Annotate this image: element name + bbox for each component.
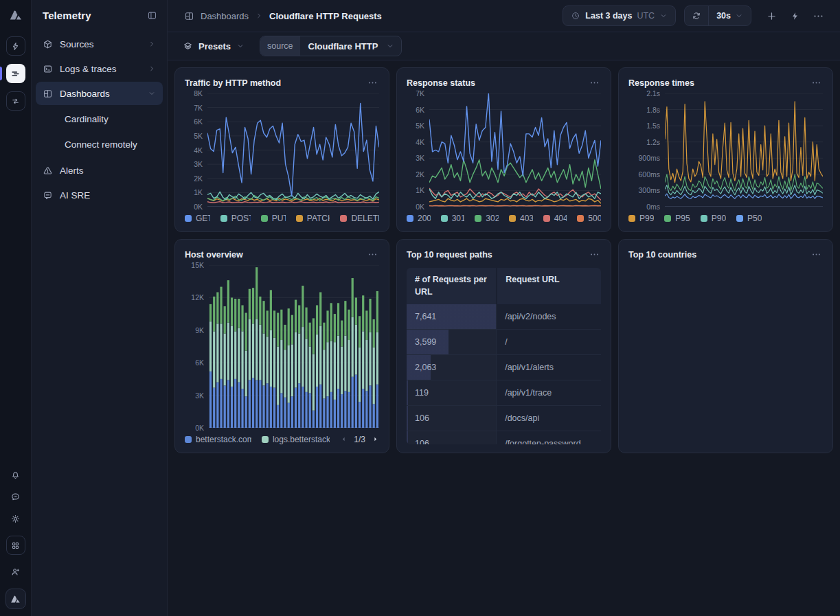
legend-item-p99[interactable]: P99 [628, 214, 654, 223]
chart-plot-area[interactable] [665, 93, 823, 207]
legend-item-p90[interactable]: P90 [701, 214, 726, 223]
refresh-now-button[interactable] [685, 6, 708, 25]
y-tick-label: 1.2s [646, 138, 660, 146]
box-icon [43, 39, 53, 49]
host-overview-chart: 0K3K6K9K12K15Kbetterstack.comlogs.better… [185, 265, 379, 444]
y-tick-label: 5K [194, 132, 203, 140]
sidebar-item-alerts[interactable]: Alerts [36, 159, 163, 182]
sidebar-item-logs-traces[interactable]: Logs & traces [36, 57, 163, 80]
alert-triangle-icon [43, 166, 53, 176]
legend-item-betterstack-com[interactable]: betterstack.com [185, 435, 251, 444]
rail-item-quick-actions[interactable] [6, 36, 25, 56]
legend-item-200[interactable]: 200 [407, 214, 431, 223]
rail-item-invite[interactable] [10, 567, 21, 577]
rail-bottom-items [5, 470, 26, 609]
sidebar-item-sources[interactable]: Sources [36, 32, 163, 56]
rail-item-workspace[interactable] [5, 589, 26, 609]
legend-item-500[interactable]: 500 [577, 214, 601, 223]
betterstack-logo[interactable] [8, 8, 23, 23]
legend-item-get[interactable]: GET [185, 214, 210, 223]
table-row[interactable]: 106/docs/api [407, 405, 601, 431]
legend-next-page-button[interactable] [372, 435, 379, 443]
legend-label: 200 [418, 214, 431, 223]
legend-prev-page-button[interactable] [340, 435, 348, 443]
legend-item-logs-betterstack-[interactable]: logs.betterstack. [262, 435, 330, 444]
legend-item-301[interactable]: 301 [441, 214, 465, 223]
card-header: Host overview [185, 248, 379, 261]
rail-item-support[interactable] [10, 492, 21, 502]
legend-item-patch[interactable]: PATCH [296, 214, 330, 223]
presets-button[interactable]: Presets [179, 37, 249, 56]
chart-plot-area[interactable] [429, 93, 601, 207]
chart-plot-area[interactable] [209, 265, 379, 428]
flows-icon [10, 96, 21, 106]
card-header: Response status [407, 76, 601, 89]
quick-actions-button[interactable] [788, 9, 802, 23]
legend-item-post[interactable]: POST [220, 214, 251, 223]
legend-label: betterstack.com [196, 435, 251, 444]
card-menu-button[interactable] [366, 248, 379, 261]
sidebar-subitem-cardinality[interactable]: Cardinality [36, 106, 163, 132]
request-url-cell: / [496, 330, 601, 354]
rail-item-logs[interactable] [6, 64, 25, 83]
card-menu-button[interactable] [588, 248, 601, 261]
sidebar-item-label: Dashboards [60, 89, 110, 99]
app-root: Telemetry SourcesLogs & tracesDashboards… [0, 0, 840, 616]
card-host-overview: Host overview 0K3K6K9K12K15Kbetterstack.… [174, 239, 389, 453]
user-plus-icon [10, 567, 21, 577]
table-row[interactable]: 3,599/ [407, 329, 601, 354]
legend-item-p95[interactable]: P95 [664, 214, 690, 223]
request-count-cell: 119 [407, 380, 496, 405]
series-line-403 [429, 198, 601, 203]
response-status-chart: 0K1K2K3K4K5K6K7K200301302403404500 [407, 93, 601, 223]
card-response-status: Response status 0K1K2K3K4K5K6K7K20030130… [396, 67, 611, 232]
legend-label: PATCH [307, 214, 330, 223]
legend-chip [441, 215, 448, 222]
card-menu-button[interactable] [366, 76, 379, 89]
chart-legend: GETPOSTPUTPATCHDELETE [185, 213, 379, 223]
table-row[interactable]: 2,063/api/v1/alerts [407, 354, 601, 380]
refresh-interval-button[interactable]: 30s [709, 11, 751, 21]
card-menu-button[interactable] [588, 76, 601, 89]
sidebar-item-ai-sre[interactable]: AI SRE [36, 183, 163, 207]
add-widget-button[interactable] [764, 8, 780, 24]
legend-item-delete[interactable]: DELETE [340, 214, 379, 223]
layers-icon [183, 41, 193, 52]
topbar: Dashboards Cloudflare HTTP Requests Last… [168, 0, 840, 32]
collapse-panel-icon[interactable] [147, 10, 157, 21]
chart-plot-area[interactable] [207, 93, 379, 207]
rail-item-apps[interactable] [6, 536, 25, 555]
legend-item-p50[interactable]: P50 [736, 214, 762, 223]
y-axis-labels: 0K1K2K3K4K5K6K7K [407, 93, 424, 207]
dashboard-content: Traffic by HTTP method 0K1K2K3K4K5K6K7K8… [168, 60, 840, 616]
apps-icon [10, 540, 21, 551]
legend-chip [340, 215, 347, 222]
sidebar-item-dashboards[interactable]: Dashboards [36, 82, 163, 105]
legend-item-404[interactable]: 404 [543, 214, 567, 223]
card-header: Traffic by HTTP method [185, 76, 379, 89]
legend-item-302[interactable]: 302 [475, 214, 499, 223]
rail-item-notifications[interactable] [10, 470, 21, 480]
more-options-button[interactable] [810, 8, 826, 24]
bell-icon [10, 470, 21, 480]
y-tick-label: 15K [191, 261, 204, 269]
table-header-url: Request URL [496, 268, 601, 304]
legend-label: POST [231, 214, 251, 223]
card-menu-button[interactable] [810, 76, 823, 89]
rail-item-flows[interactable] [6, 91, 25, 111]
card-menu-button[interactable] [810, 248, 823, 261]
source-filter[interactable]: source Cloudflare HTTP [260, 36, 402, 56]
table-row[interactable]: 106/forgotten-password [407, 431, 601, 444]
rail-item-theme[interactable] [10, 514, 21, 524]
legend-item-put[interactable]: PUT [261, 214, 286, 223]
time-range-button[interactable]: Last 3 days UTC [563, 5, 676, 26]
y-tick-label: 0K [194, 203, 203, 211]
legend-item-403[interactable]: 403 [509, 214, 533, 223]
y-tick-label: 1K [194, 188, 203, 196]
time-range-value: Last 3 days [585, 11, 632, 21]
table-row[interactable]: 119/api/v1/trace [407, 380, 601, 405]
sidebar-subitem-connect-remotely[interactable]: Connect remotely [36, 132, 163, 157]
sidebar-subitem-label: Cardinality [65, 114, 109, 124]
breadcrumb-section[interactable]: Dashboards [201, 11, 249, 21]
table-row[interactable]: 7,641/api/v2/nodes [407, 304, 601, 329]
